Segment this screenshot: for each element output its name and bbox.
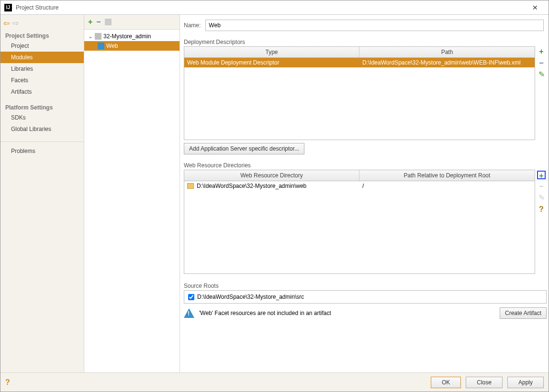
app-icon: IJ <box>4 4 12 11</box>
source-roots-block: Source Roots D:\IdeaWordSpace\32-Mystore… <box>184 280 547 304</box>
module-icon <box>95 33 101 40</box>
nav-libraries[interactable]: Libraries <box>0 63 84 75</box>
nav-problems[interactable]: Problems <box>0 142 84 157</box>
ok-button[interactable]: OK <box>431 377 461 388</box>
warning-icon <box>184 308 194 318</box>
apply-button[interactable]: Apply <box>507 377 544 388</box>
dd-cell-path: D:\IdeaWordSpace\32-Mystore_admin\web\WE… <box>359 58 535 67</box>
tree-add-icon[interactable]: + <box>88 18 92 26</box>
wrd-tbody[interactable]: D:\IdeaWordSpace\32-Mystore_admin\web / <box>184 181 535 273</box>
tree-copy-icon[interactable] <box>105 19 112 25</box>
create-artifact-button[interactable]: Create Artifact <box>500 307 547 319</box>
nav-arrows: ⇦ ⇨ <box>0 17 84 30</box>
close-button[interactable]: Close <box>466 377 503 388</box>
sidebar: ⇦ ⇨ Project Settings Project Modules Lib… <box>0 15 84 372</box>
tree-remove-icon[interactable]: − <box>96 18 101 26</box>
main-area: ⇦ ⇨ Project Settings Project Modules Lib… <box>0 15 549 372</box>
wrd-th-dir: Web Resource Directory <box>184 170 359 181</box>
nav-artifacts[interactable]: Artifacts <box>0 86 84 98</box>
src-section-label: Source Roots <box>184 283 547 289</box>
src-checkbox[interactable] <box>188 294 194 300</box>
nav-project[interactable]: Project <box>0 40 84 52</box>
wrd-thead: Web Resource Directory Path Relative to … <box>184 170 535 181</box>
artifact-warning-row: 'Web' Facet resources are not included i… <box>184 307 547 319</box>
dd-remove-button[interactable]: − <box>537 59 546 67</box>
dd-tbody[interactable]: Web Module Deployment Descriptor D:\Idea… <box>184 58 535 140</box>
src-box: D:\IdeaWordSpace\32-Mystore_admin\src <box>184 290 547 304</box>
help-icon[interactable]: ? <box>5 378 10 387</box>
wrd-cell-dir: D:\IdeaWordSpace\32-Mystore_admin\web <box>197 183 306 189</box>
wrd-help-button[interactable]: ? <box>537 205 546 214</box>
dd-thead: Type Path <box>184 47 535 58</box>
name-line: Name: <box>184 19 547 36</box>
folder-icon <box>187 183 194 189</box>
module-tree: ⌄ 32-Mystore_admin Web <box>84 30 179 53</box>
wrd-edit-button: ✎ <box>537 194 546 202</box>
dd-side-buttons: + − ✎ <box>536 46 547 140</box>
close-icon[interactable]: ✕ <box>526 4 545 11</box>
tree-toolbar: + − <box>84 15 179 30</box>
web-resource-block: Web Resource Directories Web Resource Di… <box>184 159 547 274</box>
add-app-server-descriptor-button[interactable]: Add Application Server specific descript… <box>184 143 304 154</box>
wrd-side-buttons: + − ✎ ? <box>536 170 547 274</box>
wrd-table: Web Resource Directory Path Relative to … <box>184 170 535 274</box>
nav-modules[interactable]: Modules <box>0 52 84 63</box>
nav-global-libraries[interactable]: Global Libraries <box>0 123 84 135</box>
dd-th-type: Type <box>184 47 359 57</box>
dd-table: Type Path Web Module Deployment Descript… <box>184 46 535 140</box>
nav-sdks[interactable]: SDKs <box>0 112 84 123</box>
module-tree-pane: + − ⌄ 32-Mystore_admin Web <box>84 15 180 372</box>
web-facet-icon <box>98 43 104 49</box>
nav-section-platform-settings: Platform Settings <box>0 101 84 112</box>
wrd-add-button[interactable]: + <box>537 171 546 179</box>
name-label: Name: <box>184 22 201 29</box>
wrd-remove-button: − <box>537 182 546 191</box>
tree-web-row[interactable]: Web <box>84 41 179 51</box>
name-input[interactable] <box>205 20 544 31</box>
dd-add-button[interactable]: + <box>537 47 546 56</box>
deployment-descriptors-block: Deployment Descriptors Type Path Web Mod… <box>184 36 547 154</box>
detail-pane: Name: Deployment Descriptors Type Path W… <box>180 15 549 372</box>
window-title: Project Structure <box>16 4 526 11</box>
nav-back-icon[interactable]: ⇦ <box>3 19 10 28</box>
wrd-row[interactable]: D:\IdeaWordSpace\32-Mystore_admin\web / <box>184 181 535 191</box>
dd-row[interactable]: Web Module Deployment Descriptor D:\Idea… <box>184 58 535 67</box>
warning-text: 'Web' Facet resources are not included i… <box>199 310 331 316</box>
dd-cell-type: Web Module Deployment Descriptor <box>184 58 359 67</box>
nav-section-project-settings: Project Settings <box>0 30 84 40</box>
dialog-footer: ? OK Close Apply <box>0 372 549 392</box>
wrd-th-rel: Path Relative to Deployment Root <box>359 170 535 181</box>
dd-edit-button[interactable]: ✎ <box>537 70 546 79</box>
tree-root-row[interactable]: ⌄ 32-Mystore_admin <box>84 32 179 41</box>
dd-th-path: Path <box>359 47 535 57</box>
nav-facets[interactable]: Facets <box>0 75 84 86</box>
tree-caret-icon[interactable]: ⌄ <box>88 33 93 40</box>
wrd-section-label: Web Resource Directories <box>184 162 547 169</box>
titlebar: IJ Project Structure ✕ <box>0 0 549 15</box>
wrd-cell-rel: / <box>359 181 535 191</box>
nav-forward-icon[interactable]: ⇨ <box>12 19 19 28</box>
tree-root-label: 32-Mystore_admin <box>103 33 151 40</box>
tree-web-label: Web <box>106 43 118 49</box>
dd-section-label: Deployment Descriptors <box>184 39 547 45</box>
src-path: D:\IdeaWordSpace\32-Mystore_admin\src <box>197 294 304 300</box>
